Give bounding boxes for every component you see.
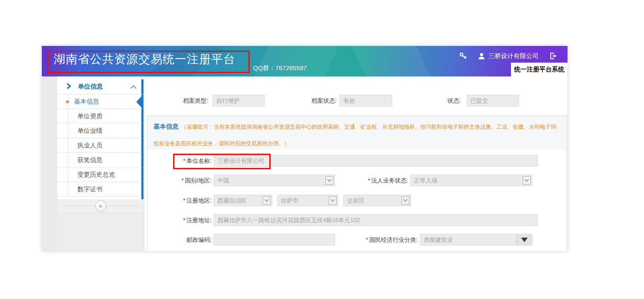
user-icon [478, 53, 485, 60]
key-icon[interactable] [459, 52, 467, 60]
app-header: 湖南省公共资源交易统一注册平台 QQ群：767265597 三桥设计有限公司 统… [42, 46, 567, 76]
section-hint: （温馨提示：当前本系统提供湖南省公共资源交易中心的政府采购、交通、矿业权、补充耕… [153, 124, 556, 147]
postal-code-label: 邮政编码: [148, 234, 212, 246]
sidebar-item-change-history[interactable]: 变更历史总览 [57, 167, 144, 182]
sidebar-item-digital-certificate[interactable]: 数字证书 [57, 182, 144, 197]
active-item-marker [136, 96, 141, 107]
sidebar-collapse-strip: « [57, 199, 144, 212]
logout-icon[interactable] [549, 52, 557, 60]
company-name: 三桥设计有限公司 [488, 52, 539, 60]
basic-info-panel: 基本信息（温馨提示：当前本系统提供湖南省公共资源交易中心的政府采购、交通、矿业权… [147, 116, 567, 251]
region-label: *注册地区: [148, 195, 212, 206]
legal-status-select[interactable]: 正常入场 [410, 175, 532, 186]
sidebar-item-unit-performance[interactable]: 单位业绩 [57, 124, 144, 138]
industry-input[interactable]: 房屋建筑业 [420, 234, 532, 246]
industry-label: *国民经济行业分类: [323, 234, 418, 246]
chevron-down-icon [329, 196, 337, 205]
sidebar-group-unit-info[interactable]: 单位信息 [57, 79, 144, 94]
main-content: 档案类型: 自行维护 档案状态: 有效 状态: 已提交 基本信息（温馨提示：当前… [144, 76, 567, 251]
annotation-box-company-name [173, 154, 271, 169]
left-rail [42, 76, 57, 251]
panel-header: 基本信息（温馨提示：当前本系统提供湖南省公共资源交易中心的政府采购、交通、矿业权… [148, 116, 567, 149]
double-chevron-icon: » [66, 98, 69, 105]
chevron-down-icon [401, 196, 409, 205]
region-district-select[interactable]: 达孜区 [343, 195, 411, 206]
sidebar-group-label: 单位信息 [78, 83, 103, 91]
annotation-box-title [47, 51, 250, 73]
region-city-select[interactable]: 拉萨市 [277, 195, 338, 206]
chevron-right-icon [66, 83, 71, 91]
chevron-up-icon[interactable] [130, 83, 136, 91]
sidebar-item-awards[interactable]: 获奖信息 [57, 153, 144, 167]
account-menu[interactable]: 三桥设计有限公司 [478, 52, 539, 60]
chevron-down-icon [523, 176, 531, 185]
status-value[interactable]: 已提交 [467, 95, 519, 106]
country-select[interactable]: 中国 [214, 175, 335, 186]
dropdown-triangle-icon[interactable] [516, 234, 532, 245]
region-province-select[interactable]: 西藏自治区 [214, 195, 272, 206]
sidebar-item-basic-info[interactable]: » 基本信息 [57, 94, 144, 109]
status-label: 状态: [395, 95, 461, 106]
sidebar-collapse-button[interactable]: « [95, 200, 106, 211]
legal-status-label: *法人业务状态: [323, 175, 408, 186]
chevron-down-icon [263, 196, 271, 205]
address-label: *注册地址: [148, 214, 212, 226]
app-window: 湖南省公共资源交易统一注册平台 QQ群：767265597 三桥设计有限公司 统… [42, 46, 567, 251]
sidebar-item-unit-qualification[interactable]: 单位资质 [57, 109, 144, 124]
collapse-icon: « [99, 202, 102, 209]
sidebar: 单位信息 » 基本信息 单位资质 单位业绩 执业人员 获奖信息 变更历史总览 数… [57, 76, 144, 251]
archive-type-value[interactable]: 自行维护 [212, 95, 265, 106]
address-input[interactable]: 西藏拉萨市八一路哈达滨河花园西区五排4栋16单元102 [214, 214, 538, 226]
section-title: 基本信息 [153, 123, 179, 130]
archive-type-label: 档案类型: [144, 95, 208, 106]
sidebar-item-practitioners[interactable]: 执业人员 [57, 138, 144, 153]
qq-group-label: QQ群：767265597 [253, 64, 307, 72]
postal-code-input[interactable] [214, 234, 335, 246]
archive-status-label: 档案状态: [261, 95, 337, 106]
tab-unified-registration-system[interactable]: 统一注册平台系统 [511, 63, 567, 76]
archive-status-value[interactable]: 有效 [340, 95, 392, 106]
country-label: *国别/地区: [148, 175, 212, 186]
